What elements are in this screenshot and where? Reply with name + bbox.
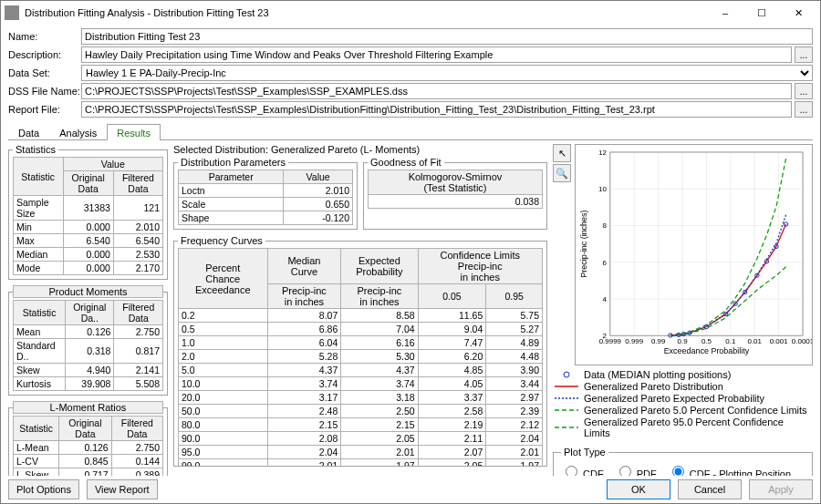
goodness-fit-legend: Goodness of Fit [368, 157, 444, 168]
frequency-curves-legend: Frequency Curves [178, 235, 265, 246]
mid-column: Selected Distribution: Generalized Paret… [173, 144, 547, 472]
view-report-button[interactable]: View Report [87, 479, 158, 499]
plot-options-button[interactable]: Plot Options [8, 479, 79, 499]
report-file-label: Report File: [8, 104, 81, 115]
form-area: Name: Description: ... Data Set: Hawley … [1, 25, 820, 121]
radio-pdf[interactable]: PDF [615, 463, 657, 476]
goodness-fit-fieldset: Goodness of Fit Kolmogorov-Smirnov(Test … [363, 157, 547, 230]
svg-text:10: 10 [598, 185, 607, 193]
svg-text:0.1: 0.1 [725, 337, 736, 345]
table-row: L-Mean0.1262.750 [14, 441, 163, 455]
dp-col-value: Value [284, 170, 353, 184]
chart-area[interactable]: 246810120.99990.9990.990.90.50.10.010.00… [575, 144, 813, 365]
dp-col-param: Parameter [179, 170, 284, 184]
chart-column: ↖ 🔍 246810120.99990.9990.990.90.50.10.01… [553, 144, 813, 472]
legend-exp: Generalized Pareto Expected Probability [555, 393, 811, 404]
table-row: Max6.5406.540 [14, 234, 163, 248]
table-row: Standard D..0.3180.817 [14, 339, 163, 364]
pm-col-stat: Statistic [14, 301, 66, 325]
dss-file-input[interactable] [81, 83, 792, 99]
cancel-button[interactable]: Cancel [678, 479, 742, 499]
tab-results[interactable]: Results [107, 124, 161, 140]
legend-c95: Generalized Pareto 95.0 Percent Confiden… [555, 417, 811, 438]
statistics-fieldset: Statistics Statistic Value Original Data… [8, 144, 168, 280]
minimize-button[interactable]: – [707, 1, 743, 25]
apply-button[interactable]: Apply [749, 479, 813, 499]
report-ellipsis-button[interactable]: ... [795, 101, 813, 118]
table-row: 80.02.152.152.192.12 [179, 418, 543, 432]
svg-text:4: 4 [602, 295, 607, 303]
results-content: Statistics Statistic Value Original Data… [1, 140, 820, 476]
l-moment-table: Statistic Original Data Filtered Data L-… [13, 416, 163, 476]
dss-ellipsis-button[interactable]: ... [795, 83, 813, 99]
table-row: 0.56.867.049.045.27 [179, 323, 543, 336]
gof-label2: (Test Statistic) [423, 182, 486, 193]
table-row: 20.03.173.183.372.97 [179, 391, 543, 405]
chart-legend: Data (MEDIAN plotting positions) General… [553, 365, 813, 443]
legend-data: Data (MEDIAN plotting positions) [555, 369, 811, 380]
l-moment-legend: L-Moment Ratios [13, 401, 163, 414]
tab-bar: Data Analysis Results [8, 123, 813, 140]
table-row: Mean0.1262.750 [14, 325, 163, 339]
table-row: 10.03.743.744.053.44 [179, 377, 543, 391]
svg-text:0.9: 0.9 [678, 337, 689, 345]
maximize-button[interactable]: ☐ [743, 1, 780, 25]
table-row: Sample Size31383121 [14, 196, 163, 221]
col-orig: Original Data [63, 171, 113, 196]
radio-cdf[interactable]: CDF [561, 463, 604, 476]
table-row: Mode0.0002.170 [14, 262, 163, 275]
lm-col-filt: Filtered Data [111, 417, 162, 441]
frequency-curves-table: PercentChanceExceedance MedianCurve Expe… [178, 248, 543, 467]
table-row: Loctn2.010 [179, 184, 353, 198]
pm-col-filt: Filtered Data [114, 301, 163, 325]
svg-text:0.99: 0.99 [651, 337, 666, 345]
lm-col-orig: Original Data [59, 417, 111, 441]
table-row: 0.28.078.5811.655.75 [179, 309, 543, 323]
table-row: Skew4.9402.141 [14, 364, 163, 377]
dataset-select[interactable]: Hawley 1 E PA-Daily-Precip-Inc [81, 65, 813, 81]
name-input[interactable] [81, 28, 813, 45]
table-row: L-Skew0.7170.389 [14, 468, 163, 477]
product-moments-legend: Product Moments [13, 285, 163, 298]
selected-distribution-label: Selected Distribution: Generalized Paret… [173, 144, 547, 155]
bottom-bar: Plot Options View Report OK Cancel Apply [1, 476, 820, 503]
frequency-curves-fieldset: Frequency Curves PercentChanceExceedance… [173, 235, 547, 467]
svg-text:0.01: 0.01 [747, 337, 762, 345]
dist-params-legend: Distribution Parameters [178, 157, 288, 168]
plot-type-fieldset: Plot Type CDF PDF CDF - Plotting Positio… [553, 447, 813, 476]
description-input[interactable] [81, 46, 792, 63]
pointer-tool-button[interactable]: ↖ [553, 144, 571, 162]
report-file-input[interactable] [81, 101, 792, 118]
window-title: Distribution Fitting Analysis - Distribu… [25, 7, 707, 18]
table-row: 50.02.482.502.582.39 [179, 405, 543, 418]
svg-text:0.001: 0.001 [770, 337, 788, 345]
radio-plotting[interactable]: CDF - Plotting Position [668, 463, 791, 476]
description-label: Description: [8, 49, 81, 60]
statistics-legend: Statistics [13, 144, 58, 155]
table-row: 95.02.042.012.072.01 [179, 446, 543, 459]
close-icon: ✕ [795, 7, 803, 19]
product-moments-table: Statistic Original Da.. Filtered Data Me… [13, 300, 163, 391]
table-row: Shape-0.120 [179, 211, 353, 225]
close-button[interactable]: ✕ [780, 1, 816, 25]
table-row: 90.02.082.052.112.04 [179, 432, 543, 446]
statistics-table: Statistic Value Original Data Filtered D… [13, 157, 163, 275]
title-bar: Distribution Fitting Analysis - Distribu… [1, 1, 820, 25]
app-window: Distribution Fitting Analysis - Distribu… [0, 0, 821, 504]
ok-button[interactable]: OK [607, 479, 670, 499]
col-stat: Statistic [14, 158, 64, 196]
tab-analysis[interactable]: Analysis [49, 124, 107, 140]
svg-text:Precip-inc (inches): Precip-inc (inches) [579, 210, 588, 277]
svg-text:0.5: 0.5 [701, 337, 712, 345]
table-row: 99.02.011.972.051.97 [179, 459, 543, 468]
svg-point-45 [564, 372, 569, 377]
description-ellipsis-button[interactable]: ... [795, 46, 813, 63]
legend-dist: Generalized Pareto Distribution [555, 381, 811, 392]
table-row: 1.06.046.167.474.89 [179, 336, 543, 350]
zoom-tool-button[interactable]: 🔍 [553, 164, 571, 182]
tab-data[interactable]: Data [8, 124, 49, 140]
col-value: Value [63, 158, 163, 171]
table-row: Median0.0002.530 [14, 248, 163, 262]
gof-value: 0.038 [369, 195, 543, 209]
dataset-label: Data Set: [8, 67, 81, 78]
